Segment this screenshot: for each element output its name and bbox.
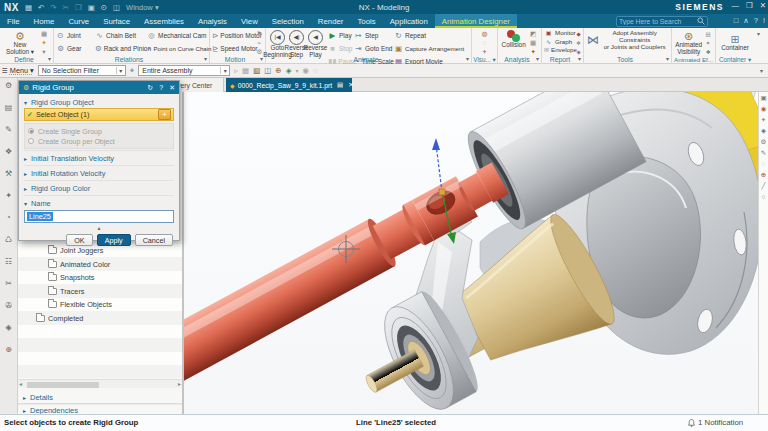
mechanical-cam-button[interactable]: ◎Mechanical Cam (147, 29, 207, 41)
cut-icon[interactable]: ✂ (63, 3, 69, 12)
undo-icon[interactable]: ↶ (38, 3, 44, 12)
settings-icon[interactable]: ⚙ (761, 138, 767, 145)
motion-extra-icon-2[interactable]: ⌁ (256, 39, 263, 47)
visualize-icon-1[interactable]: ◍ (474, 30, 495, 38)
analysis-more-arrow[interactable]: ▾ (536, 55, 539, 64)
manufacturing-wizard-icon[interactable]: ☷ (5, 257, 12, 266)
section-expand-icon[interactable]: ▸ (24, 185, 27, 192)
select-object-row[interactable]: ✓ Select Object (1) + (24, 108, 174, 121)
capture-icon[interactable]: ▣ (88, 3, 95, 12)
roles-icon[interactable]: ✂ (5, 279, 12, 288)
copy-icon[interactable]: ❐ (75, 3, 82, 12)
animated-effects-extra-1[interactable]: ▤ (703, 30, 713, 38)
stop-button[interactable]: ■Stop (328, 42, 354, 54)
ribbon-overflow-arrow[interactable]: ▾ (757, 30, 760, 37)
toolrow-overflow-arrow[interactable]: ▾ (760, 67, 763, 74)
orient-view-icon[interactable]: ◈ (286, 66, 292, 75)
touch-panel-icon[interactable]: ⊕ (5, 345, 12, 354)
rack-and-pinion-button[interactable]: ⚙Rack and Pinion (95, 42, 147, 54)
alerts-icon[interactable]: ! (763, 16, 765, 25)
position-motor-button[interactable]: ⊳Position Motor (212, 29, 256, 41)
collision-button[interactable]: Collision (500, 29, 527, 56)
tab-home[interactable]: Home (27, 14, 62, 28)
speed-motor-button[interactable]: ⊵Speed Motor (212, 42, 256, 54)
clipboard-icon[interactable]: ▣ (760, 94, 766, 101)
toolbar-dropdown-arrow[interactable]: ▾ (295, 67, 298, 74)
selection-scope-combo[interactable]: Entire Assembly▾ (138, 65, 230, 76)
analysis-extra-icon-1[interactable]: ◩ (527, 30, 539, 38)
render-mode-icon[interactable]: ◉ (761, 105, 767, 112)
define-extra-icon-1[interactable]: ▦ (38, 30, 50, 38)
tab-file[interactable]: File (0, 14, 27, 28)
motion-extra-icon-1[interactable]: ⚑ (256, 30, 263, 38)
dialog-title-bar[interactable]: ⚙ Rigid Group ↻ ? ✕ (19, 81, 179, 94)
window-menu[interactable]: Window ▾ (126, 3, 159, 12)
tab-curve[interactable]: Curve (61, 14, 96, 28)
step-button[interactable]: ↦Step (354, 29, 394, 41)
process-studio-icon[interactable]: ♺ (5, 235, 12, 244)
animation-navigator-icon[interactable]: ◈ (5, 323, 11, 332)
ribbon-overflow[interactable]: ▾ (754, 28, 766, 63)
section-initial-translation-velocity[interactable]: ▸ Initial Translation Velocity (24, 152, 174, 164)
name-input[interactable]: Line25 (24, 210, 174, 223)
apply-button[interactable]: Apply (97, 234, 131, 246)
define-extra-icon-2[interactable]: ✦ (38, 39, 50, 47)
navigator-horizontal-scrollbar[interactable]: ◂ ▸ (18, 379, 182, 388)
selection-filter-combo[interactable]: No Selection Filter▾ (38, 65, 126, 76)
graphics-viewport[interactable] (183, 92, 758, 414)
goto-end-button[interactable]: ⇥Goto End (354, 42, 394, 54)
chain-belt-button[interactable]: ∿Chain Belt (95, 29, 147, 41)
web-browser-icon[interactable]: ✦ (5, 191, 12, 200)
minimize-button[interactable]: — (731, 1, 739, 10)
tools-more-arrow[interactable]: ▾ (666, 55, 669, 64)
constraint-navigator-icon[interactable]: ▤ (5, 103, 13, 112)
selection-filter-arrow[interactable]: ▾ (116, 67, 125, 74)
analysis-extra-icon-2[interactable]: ▦ (527, 39, 539, 47)
tab-selection[interactable]: Selection (265, 14, 311, 28)
part-navigator-icon[interactable]: ✎ (5, 125, 12, 134)
tab-modified-icon[interactable]: ▤ (337, 81, 343, 89)
redo-icon[interactable]: ↷ (50, 3, 56, 12)
dialog-close-icon[interactable]: ✕ (169, 84, 175, 92)
graph-button[interactable]: ∿Graph (544, 38, 576, 46)
render-style-icon[interactable]: ◉ (302, 66, 309, 75)
minimize-ribbon-icon[interactable]: ∧ (743, 16, 749, 25)
tab-animation-designer[interactable]: Animation Designer (435, 14, 517, 28)
joint-button[interactable]: ⊙Joint (56, 29, 95, 41)
cancel-button[interactable]: Cancel (135, 234, 173, 246)
help-icon[interactable]: ? (754, 16, 758, 25)
animated-visibility-button[interactable]: ⊛ AnimatedVisibility (674, 29, 703, 56)
details-section[interactable]: ▸ Details (18, 391, 182, 404)
hd3d-tools-icon[interactable]: ⚒ (5, 169, 12, 178)
envelope-button[interactable]: ✉Envelope (544, 46, 576, 54)
tree-item-flexible-objects[interactable]: Flexible Objects (18, 298, 182, 312)
tree-item-snapshots[interactable]: Snapshots (18, 271, 182, 285)
selection-scope-arrow[interactable]: ▾ (220, 67, 229, 74)
visualize-icon-2[interactable]: ◌ (474, 39, 495, 47)
effects-icon[interactable]: ✦ (761, 116, 766, 123)
touch-mode-icon[interactable]: ◫ (113, 3, 120, 12)
tree-item-animated-color[interactable]: Animated Color (18, 258, 182, 272)
scrollbar-thumb[interactable] (27, 382, 99, 388)
line-tool-icon[interactable]: ╱ (762, 182, 766, 189)
tab-render[interactable]: Render (311, 14, 351, 28)
highlight-icon[interactable]: ▹ (234, 66, 238, 75)
rigid-group-dialog[interactable]: ⚙ Rigid Group ↻ ? ✕ ▾ Rigid Group Object… (18, 80, 180, 241)
snapshot-icon[interactable]: ▧ (253, 66, 260, 75)
visibility-icon[interactable]: ◌ (762, 160, 766, 167)
reuse-library-icon[interactable]: ❖ (5, 147, 12, 156)
history-icon[interactable]: ◔ (6, 213, 11, 222)
details-expand-icon[interactable]: ▸ (23, 394, 26, 401)
gear-button[interactable]: ⚙Gear (56, 42, 95, 54)
shaded-wireframe-icon[interactable]: ▦ (242, 66, 249, 75)
adopt-assembly-constraints-button[interactable]: ⋈ Adopt Assembly Constraintsor Joints an… (586, 29, 669, 50)
tree-item-completed[interactable]: Completed (18, 312, 182, 326)
define-more-arrow[interactable]: ▾ (48, 55, 51, 64)
notification-area[interactable]: 1 Notification (688, 418, 743, 427)
tree-item-tracers[interactable]: Tracers (18, 285, 182, 299)
tab-active-part[interactable]: ◆ 0000_Recip_Saw_9_9_kit.1.prt ▤ ✕ (226, 78, 352, 92)
ok-button[interactable]: OK (66, 234, 92, 246)
tab-tools[interactable]: Tools (350, 14, 382, 28)
tab-application[interactable]: Application (383, 14, 435, 28)
restore-button[interactable]: ❐ (746, 1, 753, 10)
